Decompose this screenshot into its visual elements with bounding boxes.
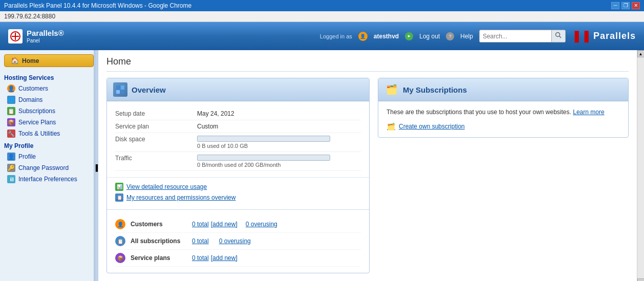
sidebar-item-tools[interactable]: 🔧 Tools & Utilities	[0, 128, 98, 139]
service-plans-total-link[interactable]: 0 total	[192, 254, 209, 262]
sidebar-item-customers[interactable]: 👤 Customers	[0, 83, 98, 94]
customers-icon: 👤	[7, 84, 15, 93]
detailed-resource-link-text: View detailed resource usage	[126, 183, 207, 190]
customers-stat-name: Customers	[131, 221, 192, 228]
svg-rect-6	[121, 85, 124, 90]
page-title: Home	[106, 56, 629, 72]
chart-icon: 📊	[115, 183, 123, 191]
close-button[interactable]: ✕	[632, 2, 640, 9]
logout-button[interactable]: Log out	[419, 33, 440, 40]
username-label: atesthvd	[374, 33, 399, 40]
sidebar: 🏠 Home Hosting Services 👤 Customers 🌐 Do…	[0, 50, 98, 281]
customers-total-link[interactable]: 0 total	[192, 221, 209, 228]
sidebar-item-interface-prefs[interactable]: 🖥 Interface Preferences	[0, 174, 98, 185]
address-text: 199.79.62.24:8880	[4, 13, 55, 20]
traffic-progress-bar	[197, 155, 330, 161]
create-subscription-link[interactable]: 🗂️ Create own subscription	[387, 122, 620, 131]
stat-row-all-subscriptions: 📋 All subscriptions 0 total 0 overusing	[115, 233, 361, 250]
setup-date-label: Setup date	[115, 110, 197, 117]
overview-links: 📊 View detailed resource usage 📋 My reso…	[107, 177, 369, 209]
disk-space-row: Disk space 0 B used of 10.0 GB	[115, 133, 361, 152]
service-plans-stat-name: Service plans	[131, 254, 192, 262]
svg-line-4	[559, 36, 561, 38]
sidebar-item-service-plans[interactable]: 📦 Service Plans	[0, 117, 98, 128]
sidebar-item-change-password[interactable]: 🔑 Change Password	[0, 162, 98, 174]
overview-body: Setup date May 24, 2012 Service plan Cus…	[107, 101, 369, 177]
search-input[interactable]	[480, 31, 551, 41]
service-plans-stat-icon: 📦	[115, 253, 125, 263]
subscriptions-header-icon: 🗂️	[384, 82, 399, 97]
home-icon: 🏠	[11, 57, 19, 64]
subscriptions-description: These are the subscriptions that you use…	[387, 107, 620, 117]
sidebar-item-subscriptions[interactable]: 📋 Subscriptions	[0, 105, 98, 117]
create-subscription-icon: 🗂️	[387, 122, 396, 131]
help-icon: ?	[446, 32, 454, 40]
customers-overusing-link[interactable]: 0 overusing	[246, 221, 277, 228]
search-box[interactable]	[479, 30, 566, 42]
sidebar-item-profile[interactable]: 👤 Profile	[0, 151, 98, 162]
restore-button[interactable]: ❐	[621, 2, 630, 9]
disk-space-progress-bar	[197, 136, 330, 142]
svg-rect-8	[120, 90, 124, 94]
help-button[interactable]: Help	[460, 33, 473, 40]
panels-row: Overview Setup date May 24, 2012 Service…	[106, 78, 629, 273]
sidebar-item-domains[interactable]: 🌐 Domains	[0, 94, 98, 105]
sidebar-section-profile: My Profile	[0, 139, 98, 151]
main-layout: 🏠 Home Hosting Services 👤 Customers 🌐 Do…	[0, 50, 644, 281]
traffic-text: 0 B/month used of 200 GB/month	[197, 162, 330, 168]
scroll-down-button[interactable]: ▼	[637, 278, 645, 281]
title-bar-controls[interactable]: ─ ❐ ✕	[611, 2, 640, 9]
search-icon	[555, 32, 562, 39]
change-password-icon: 🔑	[7, 164, 15, 172]
permissions-link-text: My resources and permissions overview	[126, 194, 235, 201]
parallels-bars-icon: ❚❚	[572, 30, 591, 43]
overview-title: Overview	[132, 85, 166, 94]
create-subscription-link-text[interactable]: Create own subscription	[399, 123, 465, 130]
minimize-button[interactable]: ─	[611, 2, 619, 9]
sidebar-resizer[interactable]: ▐	[94, 50, 98, 281]
learn-more-link[interactable]: Learn more	[573, 109, 604, 116]
scroll-up-button[interactable]: ▲	[637, 50, 645, 57]
scroll-bar[interactable]: ▲ ▼	[637, 50, 644, 281]
all-subscriptions-overusing-link[interactable]: 0 overusing	[219, 237, 251, 245]
svg-point-3	[555, 33, 560, 37]
tools-icon: 🔧	[7, 129, 15, 138]
sidebar-label-subscriptions: Subscriptions	[18, 107, 55, 115]
interface-prefs-icon: 🖥	[7, 175, 15, 183]
permissions-icon: 📋	[115, 193, 123, 202]
stat-row-customers: 👤 Customers 0 total [add new] 0 overusin…	[115, 216, 361, 233]
stat-row-service-plans: 📦 Service plans 0 total [add new]	[115, 250, 361, 267]
overview-icon	[113, 82, 127, 97]
all-subscriptions-total-link[interactable]: 0 total	[192, 237, 209, 245]
user-avatar-icon: 👤	[358, 32, 368, 41]
home-button[interactable]: 🏠 Home	[4, 54, 94, 67]
detailed-resource-link[interactable]: 📊 View detailed resource usage	[115, 183, 361, 191]
search-button[interactable]	[551, 30, 565, 42]
page-content: Home Overview	[98, 50, 637, 279]
sidebar-label-service-plans: Service Plans	[18, 119, 56, 126]
disk-space-label: Disk space	[115, 136, 197, 143]
domains-icon: 🌐	[7, 96, 15, 104]
overview-header: Overview	[107, 78, 369, 101]
customers-add-new-link[interactable]: [add new]	[211, 221, 238, 228]
subscriptions-title: My Subscriptions	[403, 85, 467, 94]
subscriptions-header: 🗂️ My Subscriptions	[378, 78, 628, 101]
setup-date-value: May 24, 2012	[197, 110, 234, 117]
disk-space-text: 0 B used of 10.0 GB	[197, 143, 330, 149]
subscriptions-panel: 🗂️ My Subscriptions These are the subscr…	[378, 78, 629, 138]
logout-icon: ►	[405, 32, 413, 40]
service-plan-row: Service plan Custom	[115, 120, 361, 133]
traffic-label: Traffic	[115, 155, 197, 162]
title-bar: Parallels Plesk Panel 10.4.4 for Microso…	[0, 0, 644, 11]
all-subscriptions-stat-icon: 📋	[115, 236, 125, 246]
sidebar-label-profile: Profile	[18, 153, 36, 160]
service-plan-label: Service plan	[115, 123, 197, 130]
top-header: Parallels® Panel Logged in as 👤 atesthvd…	[0, 22, 644, 50]
service-plans-icon: 📦	[7, 118, 15, 126]
service-plans-add-new-link[interactable]: [add new]	[211, 254, 238, 262]
sidebar-section-hosting: Hosting Services	[0, 71, 98, 83]
svg-rect-5	[116, 85, 120, 90]
permissions-link[interactable]: 📋 My resources and permissions overview	[115, 193, 361, 202]
parallels-brand-logo: ❚❚ Parallels	[572, 30, 636, 43]
sidebar-label-customers: Customers	[18, 85, 48, 92]
